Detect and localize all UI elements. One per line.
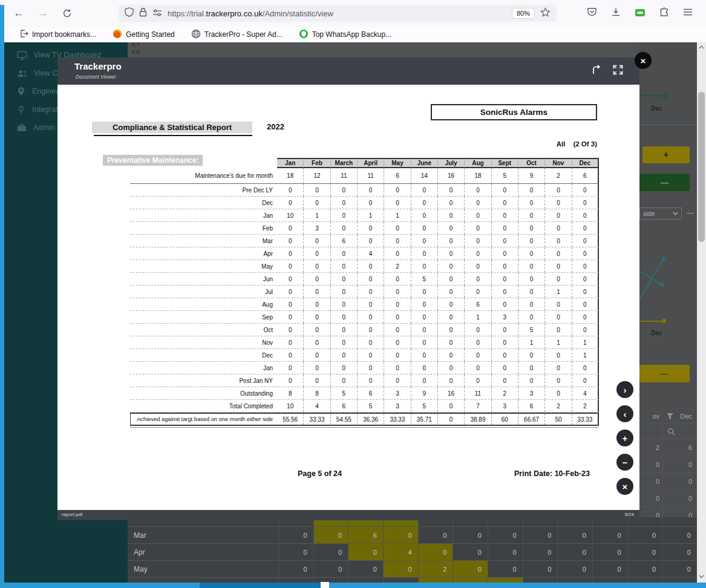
data-cell: 3 xyxy=(518,387,545,399)
row-label: Achieved against targt based on one mont… xyxy=(130,414,277,425)
data-cell: 0 xyxy=(545,197,572,209)
data-cell: 0 xyxy=(358,324,384,336)
data-cell: 1 xyxy=(384,209,411,221)
scrollbar-notch xyxy=(321,582,329,588)
data-cell: 0 xyxy=(384,324,411,336)
minus-button-small[interactable]: — xyxy=(687,209,694,217)
side-dropdown[interactable]: side xyxy=(639,207,682,220)
background-data-cell: 0 xyxy=(523,561,558,577)
close-modal-button[interactable]: × xyxy=(635,52,652,69)
data-cell: 0 xyxy=(384,374,411,387)
horizontal-scrollbar-thumb[interactable] xyxy=(200,583,321,588)
permissions-icon[interactable] xyxy=(152,8,162,19)
back-icon[interactable]: ← xyxy=(11,5,27,21)
background-data-cell: 0 xyxy=(313,578,348,583)
url-text[interactable]: https://trial.trackerpro.co.uk/Admin/sta… xyxy=(168,9,506,18)
data-cell: 0 xyxy=(331,362,358,374)
background-data-cell: 0 xyxy=(627,544,662,560)
data-cell: 0 xyxy=(331,247,358,260)
import-icon xyxy=(19,29,28,40)
row-label: Mar xyxy=(130,235,277,247)
data-cell: 0 xyxy=(358,222,384,234)
data-cell: 0 xyxy=(518,222,545,234)
data-cell: 0 xyxy=(411,336,438,348)
data-cell: 0 xyxy=(358,362,384,374)
lock-icon[interactable] xyxy=(139,7,147,19)
data-cell: 0 xyxy=(518,209,545,221)
report-company: SonicRus Alarms xyxy=(431,104,597,120)
data-cell: 11 xyxy=(358,168,384,183)
url-bar[interactable]: https://trial.trackerpro.co.uk/Admin/sta… xyxy=(119,5,557,22)
month-header: May xyxy=(384,158,411,168)
forward-icon[interactable]: → xyxy=(35,5,51,21)
bookmark-item[interactable]: TrackerPro - Super Ad... xyxy=(191,29,283,41)
row-label: Jan xyxy=(130,362,277,374)
toolbar-buttons xyxy=(587,7,706,19)
collapse-button-green[interactable]: — xyxy=(639,174,690,191)
row-label: Sep xyxy=(130,311,277,323)
background-data-cell: 0 xyxy=(557,578,592,583)
downloads-icon[interactable] xyxy=(611,7,621,19)
bookmark-item[interactable]: Getting Started xyxy=(113,29,175,41)
next-page-button[interactable]: › xyxy=(616,381,633,398)
data-cell: 0 xyxy=(384,298,411,310)
data-cell: 0 xyxy=(438,374,465,387)
grid-cell: 0 xyxy=(662,461,697,468)
data-cell: 2 xyxy=(545,168,572,183)
search-icon[interactable] xyxy=(667,428,675,436)
reload-icon[interactable] xyxy=(59,5,75,21)
background-data-cell: 0 xyxy=(523,544,558,560)
zoom-level-badge[interactable]: 80% xyxy=(512,8,535,19)
data-cell: 35.71 xyxy=(411,414,438,425)
extension-robot-icon[interactable] xyxy=(635,8,646,19)
month-header: Nov xyxy=(545,158,572,168)
data-cell: 0 xyxy=(358,235,384,247)
background-data-cell: 0 xyxy=(418,578,453,583)
data-cell: 0 xyxy=(545,324,572,336)
data-cell: 3 xyxy=(492,311,518,323)
page-footer: Page 5 of 24 xyxy=(298,469,342,478)
add-button[interactable]: + xyxy=(642,146,690,163)
background-data-cell: 0 xyxy=(383,578,418,583)
bookmark-item[interactable]: Import bookmarks... xyxy=(19,29,96,40)
data-cell: 0 xyxy=(438,324,465,336)
data-cell: 33.33 xyxy=(572,414,599,425)
row-label: Nov xyxy=(130,336,277,348)
data-cell: 5 xyxy=(411,273,438,285)
scrollbar-thumb[interactable] xyxy=(698,92,705,242)
prev-page-button[interactable]: ‹ xyxy=(616,405,633,422)
funnel-icon[interactable] xyxy=(666,413,674,420)
data-cell: 10 xyxy=(277,400,304,412)
title-underline xyxy=(94,135,252,136)
horizontal-scrollbar[interactable] xyxy=(0,583,706,588)
rotate-icon[interactable] xyxy=(591,65,602,75)
pocket-icon[interactable] xyxy=(587,7,597,19)
bookmark-label: Top WhatsApp Backup... xyxy=(312,30,391,39)
scroll-up-icon[interactable] xyxy=(699,45,704,49)
row-label: Jan xyxy=(130,209,277,221)
data-cell: 0 xyxy=(572,324,599,336)
data-cell: 0 xyxy=(304,311,330,323)
background-data-cell: 0 xyxy=(662,578,697,583)
bookmark-item[interactable]: Top WhatsApp Backup... xyxy=(299,29,391,41)
data-cell: 4 xyxy=(304,400,330,412)
menu-hamburger-icon[interactable] xyxy=(683,8,693,19)
grid-search-row[interactable] xyxy=(639,424,697,439)
data-cell: 16 xyxy=(438,168,465,183)
row-label: Jul xyxy=(130,286,277,298)
data-cell: 2 xyxy=(492,387,518,399)
collapse-button-yellow[interactable]: — xyxy=(639,365,690,382)
data-cell: 1 xyxy=(358,209,384,221)
extensions-puzzle-icon[interactable] xyxy=(659,7,669,19)
bookmark-star-icon[interactable] xyxy=(540,7,551,20)
fullscreen-icon[interactable] xyxy=(613,65,623,75)
data-cell: 0 xyxy=(438,235,465,247)
zoom-out-button[interactable]: − xyxy=(616,454,633,471)
vertical-scrollbar[interactable] xyxy=(697,42,706,583)
close-viewer-button[interactable]: × xyxy=(616,478,633,495)
data-cell: 0 xyxy=(545,298,572,310)
data-cell: 8 xyxy=(304,387,330,399)
scroll-down-icon[interactable] xyxy=(699,575,704,578)
shield-icon[interactable] xyxy=(125,7,134,19)
zoom-in-button[interactable]: + xyxy=(616,430,633,446)
